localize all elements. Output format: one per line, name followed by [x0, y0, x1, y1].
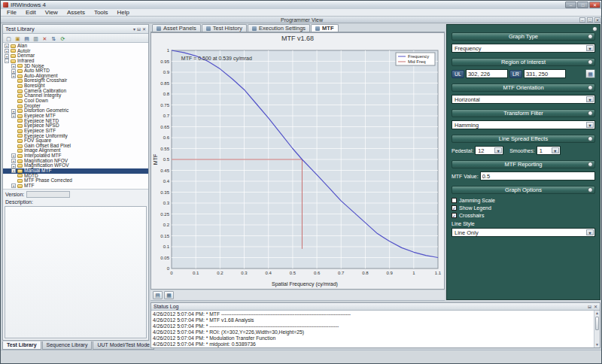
log-entry: 4/26/2012 5:07:04 PM: * ----------------… — [153, 323, 594, 329]
expand-icon[interactable]: + — [11, 64, 16, 68]
folder-icon — [17, 105, 23, 108]
copy-icon[interactable]: ▥ — [32, 35, 40, 42]
menu-item-tools[interactable]: Tools — [90, 9, 113, 17]
checkbox-crosshairs[interactable]: ✓ — [451, 213, 457, 218]
maximize-icon[interactable]: □ — [577, 2, 588, 8]
line-spread-row: Pedestal: 12 ▼ Smoothes: 1 ▼ — [451, 146, 595, 155]
panel-close-icon[interactable]: ✕ — [594, 303, 597, 311]
expand-icon[interactable]: + — [5, 44, 9, 48]
chevron-down-icon[interactable]: ▼ — [586, 96, 594, 102]
minimize-icon[interactable]: – — [565, 2, 576, 8]
view-title: Programmer View — [281, 17, 323, 23]
save-icon[interactable]: ▤ — [23, 35, 31, 42]
tab-mtf[interactable]: MTF — [311, 24, 338, 32]
tab-test-history[interactable]: Test History — [202, 24, 247, 32]
roi-lr-field[interactable] — [524, 69, 566, 78]
window-controls: – □ ✕ — [565, 2, 600, 8]
pedestal-select[interactable]: 12 ▼ — [475, 146, 503, 155]
menu-item-view[interactable]: View — [41, 9, 62, 17]
tree-item-label: MTF — [24, 184, 34, 189]
status-log-scrollbar[interactable]: ▲ ▼ — [594, 311, 600, 347]
menu-item-assets[interactable]: Assets — [62, 9, 90, 17]
folder-icon — [17, 99, 23, 103]
smoothes-select[interactable]: 1 ▼ — [537, 146, 561, 155]
graph-type-select[interactable]: Frequency ▼ — [451, 44, 595, 53]
checkbox-show-legend[interactable]: ✓ — [451, 205, 457, 211]
view-close-icon[interactable]: ✕ — [594, 17, 600, 23]
svg-text:0: 0 — [170, 271, 173, 275]
tab-asset-panels[interactable]: Asset Panels — [152, 24, 201, 32]
delete-icon[interactable]: ✕ — [41, 35, 49, 42]
new-item-icon[interactable]: ▢ — [5, 35, 13, 42]
dock-tab-sequence-library[interactable]: Sequence Library — [42, 341, 93, 350]
dock-tab-uut-model-test-mode[interactable]: UUT Model/Test Mode — [93, 341, 154, 350]
expand-icon[interactable]: + — [11, 184, 16, 188]
section-help-icon[interactable] — [588, 162, 593, 167]
view-restore-icon[interactable]: □ — [587, 17, 593, 23]
svg-text:0.65: 0.65 — [160, 125, 169, 129]
expand-icon[interactable]: + — [11, 74, 16, 78]
svg-text:0.1: 0.1 — [193, 271, 199, 275]
expand-icon[interactable]: + — [5, 54, 9, 59]
sort-icon[interactable]: ⇅ — [50, 35, 58, 42]
section-title: Transform Filter — [503, 110, 543, 117]
expand-icon[interactable]: + — [11, 159, 16, 163]
svg-text:0.3: 0.3 — [163, 201, 169, 205]
svg-text:MTF = 0.500 at 0.539 cy/mrad: MTF = 0.500 at 0.539 cy/mrad — [181, 56, 251, 62]
folder-icon — [17, 124, 23, 128]
scroll-thumb[interactable] — [595, 317, 599, 330]
transform-filter-select[interactable]: Hamming ▼ — [451, 120, 595, 129]
collapse-icon[interactable]: − — [5, 59, 9, 63]
version-field[interactable] — [26, 191, 70, 198]
roi-capture-button[interactable]: ▦ — [585, 69, 595, 78]
print-button[interactable]: ▤ — [153, 291, 163, 299]
close-icon[interactable]: ✕ — [589, 2, 600, 8]
menu-item-edit[interactable]: Edit — [21, 9, 41, 17]
mtf-value-field[interactable] — [480, 171, 595, 180]
description-box[interactable] — [5, 206, 147, 338]
section-help-icon[interactable] — [588, 111, 593, 116]
folder-icon — [11, 59, 16, 63]
chevron-down-icon[interactable]: ▼ — [586, 122, 594, 128]
panel-close-icon[interactable]: ✕ — [142, 26, 146, 32]
chevron-down-icon[interactable]: ▼ — [552, 147, 559, 153]
expand-icon[interactable]: + — [11, 153, 16, 158]
folder-icon — [17, 174, 23, 177]
tab-label: Asset Panels — [163, 25, 196, 32]
tab-execution-settings[interactable]: Execution Settings — [248, 24, 310, 32]
checkbox-jamming-scale[interactable] — [451, 198, 457, 203]
refresh-icon[interactable]: ⟳ — [59, 35, 67, 42]
line-style-select[interactable]: Line Only ▼ — [451, 228, 595, 237]
view-minimize-icon[interactable]: – — [579, 17, 585, 23]
menu-item-file[interactable]: File — [2, 9, 21, 17]
expand-icon[interactable]: + — [11, 69, 16, 74]
menu-item-help[interactable]: Help — [113, 9, 134, 17]
expand-icon[interactable]: + — [11, 109, 16, 114]
expand-icon[interactable]: + — [11, 168, 16, 173]
open-folder-icon[interactable]: ▣ — [14, 35, 22, 42]
section-help-icon[interactable] — [588, 187, 593, 193]
expand-icon[interactable]: + — [11, 164, 16, 168]
orientation-select[interactable]: Horizontal ▼ — [451, 95, 595, 104]
pin-icon[interactable]: ⊟ — [137, 26, 141, 32]
chevron-down-icon[interactable]: ▼ — [586, 45, 594, 51]
expand-icon[interactable]: + — [11, 114, 16, 118]
tree-item-mtf[interactable]: +MTF — [3, 184, 148, 189]
scroll-up-icon[interactable]: ▲ — [594, 311, 600, 316]
section-help-icon[interactable] — [588, 85, 593, 90]
dock-tab-test-library[interactable]: Test Library — [2, 341, 41, 350]
roi-ul-field[interactable] — [466, 69, 508, 78]
section-help-icon[interactable] — [588, 59, 593, 65]
expand-icon[interactable]: + — [5, 49, 9, 53]
chevron-down-icon[interactable]: ▾ — [133, 26, 135, 32]
section-help-icon[interactable] — [588, 136, 593, 141]
section-help-icon[interactable] — [588, 34, 593, 39]
scroll-down-icon[interactable]: ▼ — [594, 342, 600, 347]
pin-icon[interactable]: ⊟ — [588, 303, 591, 311]
chevron-down-icon[interactable]: ▼ — [586, 229, 594, 235]
roi-row: UL LR ▦ — [451, 69, 595, 78]
panel-pin-icon[interactable] — [592, 26, 597, 32]
save-chart-button[interactable]: ▦ — [164, 291, 174, 299]
folder-icon — [17, 79, 23, 83]
chevron-down-icon[interactable]: ▼ — [494, 147, 502, 153]
